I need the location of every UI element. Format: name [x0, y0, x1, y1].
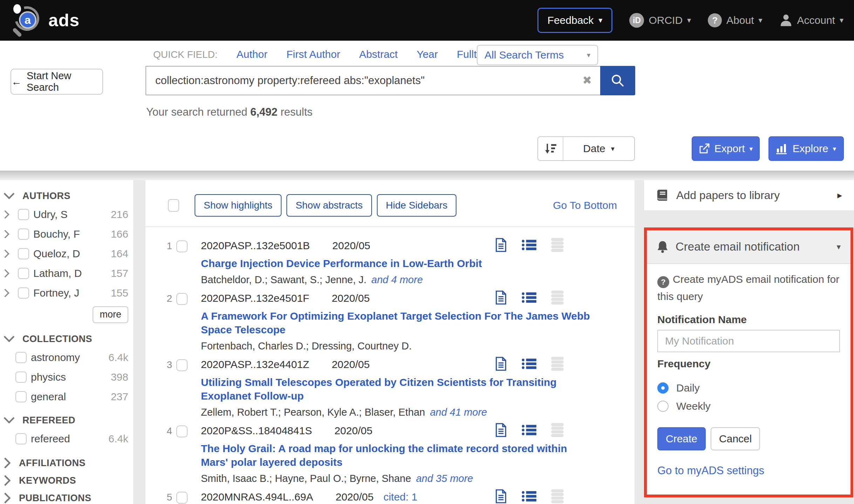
frequency-label: Frequency: [657, 358, 840, 370]
chevron-right-icon[interactable]: [4, 288, 9, 298]
fulltext-icon[interactable]: [495, 423, 507, 437]
facet-header-authors[interactable]: AUTHORS: [0, 187, 133, 205]
sort-field-dropdown[interactable]: Date: [563, 137, 634, 160]
facet-checkbox[interactable]: [15, 352, 27, 363]
facet-item-author: Udry, S 216: [0, 205, 133, 224]
frequency-option-daily: Daily: [657, 379, 840, 397]
result-checkbox[interactable]: [176, 359, 188, 371]
account-menu[interactable]: Account: [779, 14, 843, 27]
citations-list-icon[interactable]: [522, 358, 536, 370]
authors-more-button[interactable]: more: [93, 306, 128, 323]
notification-name-input[interactable]: [657, 330, 840, 352]
hide-sidebars-button[interactable]: Hide Sidebars: [377, 194, 457, 217]
notification-description: Create myADS email notification for this…: [657, 273, 839, 302]
facet-header-keywords[interactable]: KEYWORDS: [0, 472, 133, 489]
right-panel: Add papers to library Create email notif…: [644, 180, 854, 504]
more-authors-link[interactable]: and 35 more: [416, 473, 473, 484]
chevron-right-icon[interactable]: [4, 249, 9, 258]
facet-header-affiliations[interactable]: AFFILIATIONS: [0, 454, 133, 472]
show-abstracts-button[interactable]: Show abstracts: [286, 194, 372, 217]
facet-checkbox[interactable]: [15, 372, 27, 383]
fulltext-icon[interactable]: [495, 238, 507, 252]
create-button[interactable]: Create: [657, 427, 706, 450]
search-submit-button[interactable]: [600, 66, 635, 95]
chevron-right-icon: [837, 190, 842, 201]
quick-field-abstract[interactable]: Abstract: [359, 48, 398, 60]
chevron-right-icon[interactable]: [4, 230, 9, 239]
result-bibcode: 2020PASP..132e5001B: [201, 239, 310, 252]
facet-header-collections[interactable]: COLLECTIONS: [0, 330, 133, 348]
citations-list-icon[interactable]: [522, 424, 536, 436]
fulltext-icon[interactable]: [495, 290, 507, 305]
more-authors-link[interactable]: and 4 more: [371, 274, 423, 285]
result-title-link[interactable]: Utilizing Small Telescopes Operated by C…: [201, 375, 590, 403]
notification-panel-header[interactable]: Create email notification: [647, 230, 850, 264]
search-query-input[interactable]: [145, 66, 600, 95]
quick-field-year[interactable]: Year: [416, 48, 438, 60]
chevron-down-icon: [4, 192, 15, 199]
result-index: 4: [163, 425, 172, 437]
citations-list-icon[interactable]: [522, 239, 536, 251]
data-products-icon[interactable]: [551, 291, 564, 305]
facet-checkbox[interactable]: [18, 209, 29, 220]
result-bibcode: 2020PASP..132e4401Z: [201, 358, 309, 371]
ads-brand-link[interactable]: a ads: [11, 4, 80, 37]
facet-header-publications[interactable]: PUBLICATIONS: [0, 489, 133, 504]
feedback-button[interactable]: Feedback: [537, 8, 613, 33]
cited-count-link[interactable]: cited: 1: [384, 490, 418, 504]
sort-direction-button[interactable]: [538, 137, 563, 160]
result-title-link[interactable]: Charge Injection Device Performance in L…: [201, 257, 590, 270]
orcid-menu[interactable]: iD ORCID: [629, 13, 691, 28]
result-item: 2 2020PASP..132e4501F 2020/05 A Framewor…: [163, 292, 635, 353]
result-checkbox[interactable]: [176, 240, 188, 252]
chevron-right-icon[interactable]: [4, 210, 9, 219]
create-notification-panel: Create email notification ?Create myADS …: [644, 227, 853, 497]
chevron-down-icon: [587, 51, 590, 59]
more-authors-link[interactable]: and 41 more: [430, 407, 487, 418]
add-to-library-bar[interactable]: Add papers to library: [644, 180, 854, 210]
result-checkbox[interactable]: [176, 293, 188, 305]
facet-count: 237: [111, 391, 128, 403]
brand-title: ads: [48, 10, 80, 30]
data-products-icon[interactable]: [551, 238, 564, 252]
results-toolbar: Show highlights Show abstracts Hide Side…: [145, 180, 635, 227]
start-new-search-button[interactable]: Start New Search: [11, 69, 103, 95]
chevron-right-icon: [4, 475, 11, 486]
citations-list-icon[interactable]: [522, 490, 536, 502]
export-button[interactable]: Export: [692, 136, 760, 161]
quick-field-first-author[interactable]: First Author: [286, 48, 340, 60]
result-title-link[interactable]: The Holy Grail: A road map for unlocking…: [201, 442, 590, 469]
data-products-icon[interactable]: [551, 489, 564, 503]
facet-checkbox[interactable]: [15, 391, 27, 402]
facet-item-author: Latham, D 157: [0, 264, 133, 283]
weekly-radio[interactable]: [657, 401, 669, 412]
about-menu[interactable]: ? About: [708, 13, 762, 27]
daily-radio[interactable]: [657, 382, 669, 394]
cancel-button[interactable]: Cancel: [711, 427, 760, 450]
result-checkbox[interactable]: [176, 492, 188, 504]
clear-search-icon[interactable]: [582, 74, 592, 87]
fulltext-icon[interactable]: [495, 489, 507, 504]
result-checkbox[interactable]: [176, 425, 188, 437]
data-products-icon[interactable]: [551, 357, 564, 371]
data-products-icon[interactable]: [551, 423, 564, 437]
show-highlights-button[interactable]: Show highlights: [195, 194, 282, 217]
facet-checkbox[interactable]: [18, 248, 29, 259]
chevron-right-icon: [4, 457, 11, 469]
myads-settings-link[interactable]: Go to myADS settings: [657, 464, 840, 477]
chevron-right-icon[interactable]: [4, 269, 9, 278]
fulltext-icon[interactable]: [495, 356, 507, 371]
facet-header-refereed[interactable]: REFEREED: [0, 411, 133, 429]
result-title-link[interactable]: A Framework For Optimizing Exoplanet Tar…: [201, 309, 590, 336]
quick-field-author[interactable]: Author: [237, 48, 267, 60]
facet-checkbox[interactable]: [18, 268, 29, 279]
all-search-terms-dropdown[interactable]: All Search Terms: [477, 45, 598, 65]
explore-button[interactable]: Explore: [768, 136, 844, 161]
select-all-checkbox[interactable]: [168, 199, 179, 212]
facet-checkbox[interactable]: [15, 433, 27, 444]
chevron-down-icon: [759, 16, 762, 24]
go-to-bottom-link[interactable]: Go To Bottom: [553, 199, 617, 211]
citations-list-icon[interactable]: [522, 292, 536, 304]
facet-checkbox[interactable]: [18, 229, 29, 240]
facet-checkbox[interactable]: [18, 287, 29, 299]
